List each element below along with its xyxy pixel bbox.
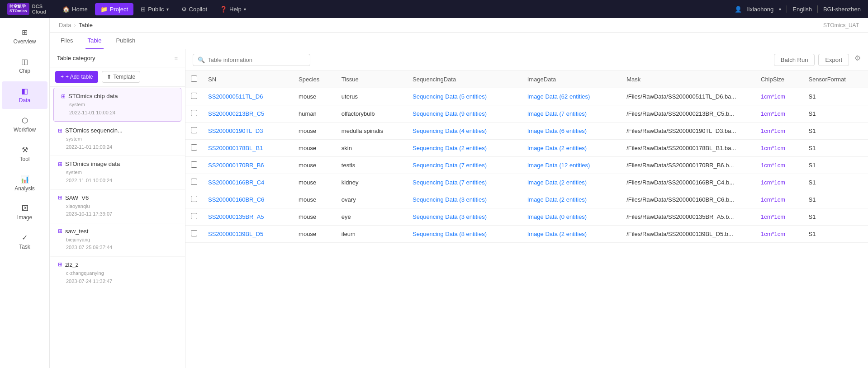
cell-sequencing-data: Sequencing Data (8 entities) (407, 226, 522, 243)
cell-species: mouse (293, 157, 336, 174)
row-checkbox[interactable] (191, 196, 197, 202)
search-box[interactable]: 🔍 (193, 54, 310, 66)
sn-link[interactable]: SS200000511TL_D6 (208, 93, 263, 100)
cell-image-data: Image Data (7 entities) (522, 105, 621, 123)
table-row: SS200000511TL_D6 mouse uterus Sequencing… (185, 88, 868, 105)
list-item[interactable]: ⊞ STOmics chip data system2022-11-01 10:… (53, 88, 181, 122)
add-table-button[interactable]: + + Add table (55, 71, 98, 83)
language-label[interactable]: English (792, 6, 812, 13)
sn-link[interactable]: SS200000139BL_D5 (208, 231, 263, 237)
sequencing-link[interactable]: Sequencing Data (3 entities) (413, 213, 487, 220)
row-checkbox[interactable] (191, 213, 197, 219)
toolbar-right: Batch Run Export ⚙ (774, 54, 861, 66)
left-panel-buttons: + + Add table ⬆ Template (50, 67, 185, 87)
sn-link[interactable]: SS200000213BR_C5 (208, 110, 264, 117)
cell-chip-size: 1cm*1cm (755, 140, 803, 157)
sn-link[interactable]: SS200000160BR_C6 (208, 196, 264, 203)
search-input[interactable] (208, 57, 305, 63)
sequencing-link[interactable]: Sequencing Data (2 entities) (413, 145, 487, 151)
nav-copilot-label: Copilot (189, 6, 207, 13)
sequencing-link[interactable]: Sequencing Data (4 entities) (413, 127, 487, 134)
image-link[interactable]: Image Data (0 entities) (527, 213, 587, 220)
cell-chip-size: 1cm*1cm (755, 174, 803, 191)
breadcrumb-data[interactable]: Data (59, 22, 71, 28)
sequencing-link[interactable]: Sequencing Data (3 entities) (413, 196, 487, 203)
row-checkbox[interactable] (191, 179, 197, 185)
username-label[interactable]: lixiaohong (747, 6, 774, 13)
sidebar-item-image[interactable]: 🖼 Image (2, 199, 47, 226)
sidebar-item-chip[interactable]: ◫ Chip (2, 52, 47, 80)
header-chip-size: ChipSize (755, 71, 803, 88)
nav-home[interactable]: 🏠 Home (57, 3, 93, 15)
table-row: SS200000178BL_B1 mouse skin Sequencing D… (185, 140, 868, 157)
nav-home-label: Home (72, 6, 88, 13)
chip-size-value: 1cm*1cm (761, 145, 785, 151)
image-link[interactable]: Image Data (2 entities) (527, 231, 587, 237)
sn-link[interactable]: SS200000190TL_D3 (208, 127, 263, 134)
cell-image-data: Image Data (6 entities) (522, 123, 621, 140)
cell-mask: /Files/RawData/SS200000213BR_C5.b... (621, 105, 755, 123)
batch-run-button[interactable]: Batch Run (774, 54, 815, 66)
row-checkbox[interactable] (191, 230, 197, 236)
tab-publish[interactable]: Publish (114, 33, 138, 49)
sequencing-link[interactable]: Sequencing Data (8 entities) (413, 231, 487, 237)
list-item-name: zlz_z (65, 261, 79, 268)
cell-mask: /Files/RawData/SS200000160BR_C6.b... (621, 191, 755, 208)
add-table-label: + Add table (66, 74, 93, 80)
image-link[interactable]: Image Data (2 entities) (527, 179, 587, 186)
settings-icon[interactable]: ⚙ (854, 54, 861, 66)
row-checkbox[interactable] (191, 127, 197, 133)
template-button[interactable]: ⬆ Template (102, 71, 140, 83)
tab-files[interactable]: Files (59, 33, 75, 49)
row-checkbox[interactable] (191, 144, 197, 151)
sequencing-link[interactable]: Sequencing Data (7 entities) (413, 179, 487, 186)
row-checkbox[interactable] (191, 110, 197, 116)
sidebar-item-analysis[interactable]: 📊 Analysis (2, 170, 47, 197)
chip-size-value: 1cm*1cm (761, 127, 785, 134)
sidebar-item-workflow[interactable]: ⬡ Workflow (2, 111, 47, 138)
nav-copilot[interactable]: ⚙ Copilot (176, 3, 213, 15)
table-category-title: Table category (57, 55, 95, 61)
cell-species: human (293, 105, 336, 123)
list-item[interactable]: ⊞ zlz_z c-zhangquanying2023-07-24 11:32:… (50, 257, 185, 290)
dcs-label: DCSCloud (32, 4, 46, 14)
row-checkbox[interactable] (191, 93, 197, 99)
sn-link[interactable]: SS200000135BR_A5 (208, 213, 264, 220)
list-item[interactable]: ⊞ STOmics image data system2022-11-01 10… (50, 156, 185, 189)
image-link[interactable]: Image Data (12 entities) (527, 162, 590, 169)
cell-sequencing-data: Sequencing Data (7 entities) (407, 157, 522, 174)
sequencing-link[interactable]: Sequencing Data (7 entities) (413, 162, 487, 169)
nav-public-label: Public (148, 6, 164, 13)
sn-link[interactable]: SS200000170BR_B6 (208, 162, 264, 169)
list-item[interactable]: ⊞ STOmics sequencin... system2022-11-01 … (50, 123, 185, 156)
tab-bar: Files Table Publish (50, 33, 868, 49)
nav-public[interactable]: ⊞ Public ▾ (135, 3, 174, 15)
sequencing-link[interactable]: Sequencing Data (5 entities) (413, 93, 487, 100)
nav-help[interactable]: ❓ Help ▾ (214, 3, 251, 15)
cell-sensor-format: S1 (803, 208, 868, 226)
nav-help-label: Help (229, 6, 242, 13)
image-link[interactable]: Image Data (7 entities) (527, 110, 587, 117)
sn-link[interactable]: SS200000166BR_C4 (208, 179, 264, 186)
image-link[interactable]: Image Data (62 entities) (527, 93, 590, 100)
sn-link[interactable]: SS200000178BL_B1 (208, 145, 263, 151)
sidebar-item-task[interactable]: ✓ Task (2, 228, 47, 255)
table-item-icon: ⊞ (58, 194, 62, 201)
image-link[interactable]: Image Data (6 entities) (527, 127, 587, 134)
list-item[interactable]: ⊞ SAW_V6 xiaoyanqiu2023-10-11 17:39:07 (50, 190, 185, 223)
sequencing-link[interactable]: Sequencing Data (9 entities) (413, 110, 487, 117)
sidebar-item-data[interactable]: ◧ Data (2, 81, 47, 109)
cell-mask: /Files/RawData/SS200000166BR_C4.b... (621, 174, 755, 191)
select-all-checkbox[interactable] (191, 75, 197, 82)
image-link[interactable]: Image Data (2 entities) (527, 145, 587, 151)
sidebar-item-tool[interactable]: ⚒ Tool (2, 140, 47, 168)
nav-project[interactable]: 📁 Project (95, 3, 133, 15)
row-checkbox[interactable] (191, 161, 197, 168)
sidebar-item-overview[interactable]: ⊞ Overview (2, 23, 47, 50)
list-item[interactable]: ⊞ saw_test biejunyang2023-07-25 09:37:44 (50, 223, 185, 257)
export-button[interactable]: Export (818, 54, 849, 66)
image-link[interactable]: Image Data (2 entities) (527, 196, 587, 203)
tab-table[interactable]: Table (85, 33, 103, 49)
workflow-icon: ⬡ (22, 116, 28, 125)
upload-icon: ⬆ (107, 74, 111, 80)
